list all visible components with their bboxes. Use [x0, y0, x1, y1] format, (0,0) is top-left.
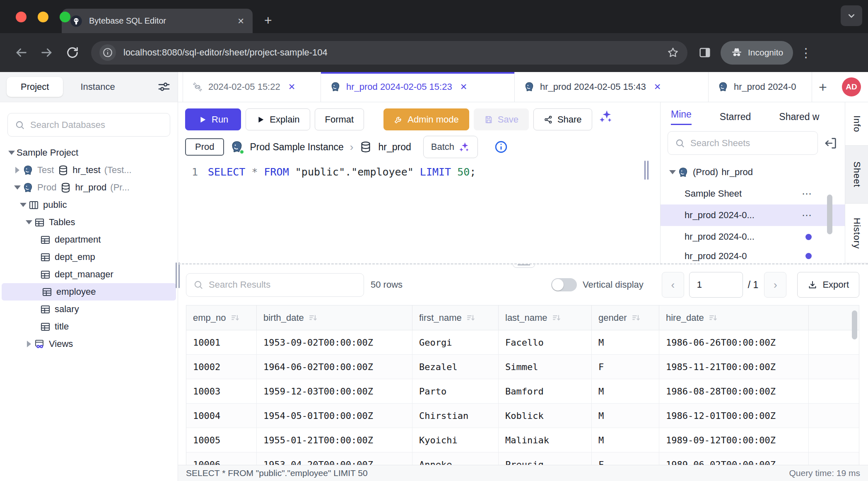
tree-item[interactable]: Sample Project — [0, 144, 178, 161]
table-cell[interactable]: Georgi — [412, 330, 499, 355]
editor-tab[interactable]: 2024-02-05 15:22✕ — [183, 72, 321, 102]
column-header[interactable]: birth_date — [257, 305, 412, 330]
explain-button[interactable]: Explain — [246, 108, 310, 130]
table-cell[interactable]: 10003 — [186, 379, 257, 404]
tree-item[interactable]: dept_emp — [0, 248, 178, 266]
caret-down-icon[interactable] — [18, 200, 28, 210]
bookmark-star-icon[interactable] — [667, 46, 679, 59]
table-cell[interactable]: Preusig — [499, 452, 592, 465]
table-cell[interactable]: 1985-11-21T00:00:00Z — [659, 355, 809, 379]
tab-starred[interactable]: Starred — [720, 111, 751, 123]
caret-right-icon[interactable] — [24, 339, 34, 349]
sheet-list-item[interactable]: hr_prod 2024-0...⋯ — [661, 204, 845, 226]
tab-mine[interactable]: Mine — [671, 109, 692, 125]
filter-sliders-icon[interactable] — [157, 80, 171, 94]
tree-item[interactable]: title — [0, 318, 178, 335]
table-cell[interactable]: M — [592, 379, 659, 404]
column-header[interactable]: hire_date — [659, 305, 809, 330]
format-button[interactable]: Format — [315, 108, 364, 130]
sheet-item-menu-icon[interactable]: ⋯ — [802, 188, 812, 200]
close-tab-icon[interactable]: ✕ — [654, 82, 661, 92]
table-cell[interactable]: 1986-12-01T00:00:00Z — [659, 404, 809, 428]
tab-shared[interactable]: Shared w — [779, 111, 819, 123]
caret-down-icon[interactable] — [24, 217, 34, 227]
batch-button[interactable]: Batch — [423, 136, 478, 158]
sheet-group-row[interactable]: (Prod)hr_prod — [661, 161, 845, 183]
tree-item[interactable]: Tables — [0, 214, 178, 231]
table-cell[interactable]: F — [592, 355, 659, 379]
table-cell[interactable]: Bezalel — [412, 355, 499, 379]
table-cell[interactable]: 1989-06-02T00:00:00Z — [659, 452, 809, 465]
column-header[interactable]: emp_no — [186, 305, 257, 330]
tree-item[interactable]: employee — [2, 283, 176, 301]
table-cell[interactable]: Kyoichi — [412, 428, 499, 452]
table-cell[interactable]: 1989-09-12T00:00:00Z — [659, 428, 809, 452]
table-cell[interactable]: Koblick — [499, 404, 592, 428]
info-icon[interactable] — [494, 140, 508, 154]
table-cell[interactable]: F — [592, 452, 659, 465]
search-sheets-input[interactable]: Search Sheets — [668, 131, 818, 155]
table-cell[interactable]: 10004 — [186, 404, 257, 428]
ai-sparkles-icon[interactable] — [598, 109, 613, 124]
table-cell[interactable]: 1955-01-21T00:00:00Z — [257, 428, 412, 452]
user-avatar[interactable]: AD — [842, 77, 861, 96]
close-tab-icon[interactable]: ✕ — [460, 82, 468, 92]
table-cell[interactable]: Simmel — [499, 355, 592, 379]
sheet-list-item[interactable]: hr_prod 2024-0... — [661, 226, 845, 248]
back-icon[interactable] — [14, 46, 28, 60]
table-cell[interactable]: M — [592, 330, 659, 355]
collapse-panel-icon[interactable] — [824, 136, 838, 150]
table-cell[interactable]: Parto — [412, 379, 499, 404]
tab-instance[interactable]: Instance — [80, 82, 115, 92]
side-tab-info[interactable]: Info — [845, 102, 868, 146]
url-bar[interactable]: localhost:8080/sql-editor/sheet/project-… — [91, 41, 687, 65]
table-cell[interactable]: 10006 — [186, 452, 257, 465]
close-tab-icon[interactable]: ✕ — [288, 82, 296, 92]
editor-tab[interactable]: hr_prod 2024-0 — [709, 72, 812, 102]
browser-tab[interactable]: Bytebase SQL Editor ✕ — [62, 9, 253, 33]
minimize-window-button[interactable] — [38, 12, 48, 22]
tree-item[interactable]: Views — [0, 335, 178, 353]
table-cell[interactable]: M — [592, 428, 659, 452]
sql-code-editor[interactable]: 1 SELECT * FROM "public"."employee" LIMI… — [178, 166, 660, 178]
reload-icon[interactable] — [65, 46, 80, 60]
prev-page-button[interactable]: ‹ — [662, 272, 684, 298]
table-cell[interactable]: 10002 — [186, 355, 257, 379]
page-number-input[interactable]: 1 — [689, 272, 743, 298]
results-resize-grip[interactable] — [513, 263, 535, 268]
table-cell[interactable]: 1953-04-20T00:00:00Z — [257, 452, 412, 465]
editor-tab[interactable]: hr_prod 2024-02-05 15:43✕ — [515, 72, 709, 102]
table-cell[interactable]: 1959-12-03T00:00:00Z — [257, 379, 412, 404]
forward-icon[interactable] — [40, 46, 54, 60]
share-button[interactable]: Share — [533, 108, 592, 130]
new-browser-tab-icon[interactable]: + — [264, 13, 272, 28]
save-button[interactable]: Save — [474, 108, 529, 130]
tree-item[interactable]: salary — [0, 301, 178, 318]
tree-item[interactable]: public — [0, 196, 178, 214]
browser-tab-close-icon[interactable]: ✕ — [237, 16, 244, 26]
export-button[interactable]: Export — [797, 272, 859, 298]
site-info-icon[interactable] — [99, 44, 116, 61]
column-header[interactable]: last_name — [499, 305, 592, 330]
table-cell[interactable]: Facello — [499, 330, 592, 355]
close-window-button[interactable] — [16, 12, 27, 22]
tab-search-chevron-button[interactable] — [841, 5, 862, 26]
caret-right-icon[interactable] — [12, 165, 22, 175]
table-cell[interactable]: Bamford — [499, 379, 592, 404]
table-cell[interactable]: 1986-08-28T00:00:00Z — [659, 379, 809, 404]
column-header[interactable]: gender — [592, 305, 659, 330]
table-cell[interactable]: Anneke — [412, 452, 499, 465]
table-cell[interactable]: 1953-09-02T00:00:00Z — [257, 330, 412, 355]
table-cell[interactable]: M — [592, 404, 659, 428]
next-page-button[interactable]: › — [764, 272, 786, 298]
column-header[interactable]: first_name — [412, 305, 499, 330]
vertical-display-toggle[interactable] — [551, 278, 577, 291]
tree-item[interactable]: dept_manager — [0, 266, 178, 283]
sheet-list-item[interactable]: hr_prod 2024-0 — [661, 248, 845, 263]
admin-mode-button[interactable]: Admin mode — [383, 108, 469, 130]
table-cell[interactable]: 10001 — [186, 330, 257, 355]
search-databases-input[interactable]: Search Databases — [7, 113, 170, 137]
editor-tab[interactable]: hr_prod 2024-02-05 15:23✕ — [321, 72, 515, 102]
results-scrollbar[interactable] — [852, 310, 857, 339]
maximize-window-button[interactable] — [60, 12, 70, 22]
